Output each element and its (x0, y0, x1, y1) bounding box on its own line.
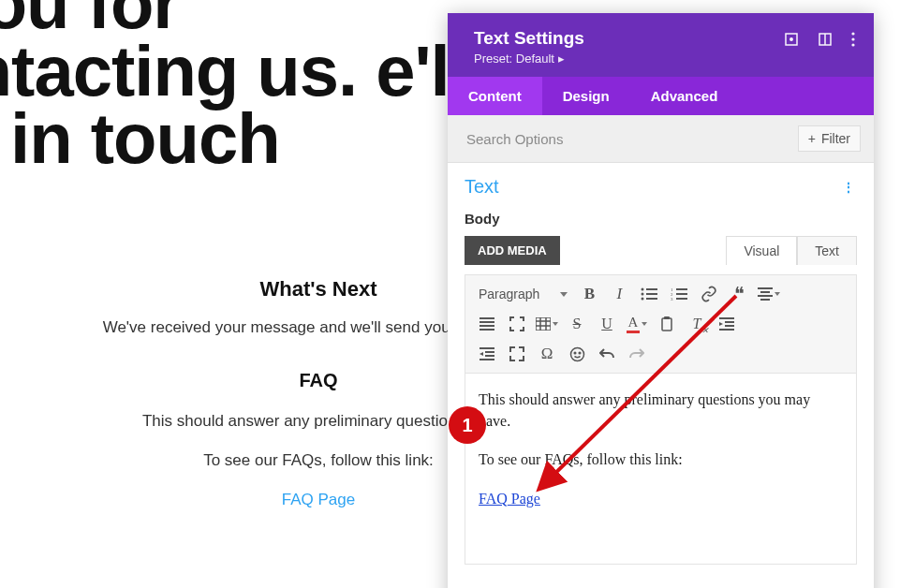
text-color-icon[interactable]: A (623, 311, 651, 337)
chevron-down-icon (560, 292, 568, 297)
svg-rect-21 (758, 295, 773, 297)
svg-rect-26 (480, 329, 494, 331)
svg-rect-32 (662, 318, 671, 331)
svg-rect-18 (676, 298, 687, 300)
faq-page-link[interactable]: FAQ Page (282, 491, 355, 508)
svg-rect-41 (480, 359, 494, 360)
body-label: Body (465, 211, 857, 227)
svg-rect-20 (760, 291, 770, 293)
svg-point-4 (851, 32, 854, 35)
filter-button[interactable]: + Filter (798, 125, 861, 152)
bold-icon[interactable]: B (575, 281, 603, 307)
editor-toolbar: Paragraph B I 123 ❝ (465, 274, 857, 374)
svg-rect-38 (480, 347, 494, 349)
svg-rect-14 (676, 288, 687, 290)
svg-rect-25 (480, 325, 494, 327)
align-center-icon[interactable] (755, 281, 783, 307)
svg-rect-12 (646, 298, 657, 300)
emoji-icon[interactable] (563, 341, 591, 367)
align-justify-icon[interactable] (473, 311, 501, 337)
quote-icon[interactable]: ❝ (725, 281, 753, 307)
underline-icon[interactable]: U (593, 311, 621, 337)
paragraph-select[interactable]: Paragraph (473, 283, 573, 305)
svg-text:3: 3 (671, 297, 673, 301)
plus-icon: + (808, 131, 816, 146)
editor-link[interactable]: FAQ Page (479, 491, 540, 507)
expand-icon[interactable] (784, 32, 799, 47)
svg-rect-23 (480, 317, 494, 319)
svg-point-5 (851, 37, 854, 40)
italic-icon[interactable]: I (605, 281, 633, 307)
text-settings-panel: Text Settings Preset: Default ▸ Content … (448, 13, 874, 588)
fullscreen-icon[interactable] (503, 311, 531, 337)
tab-design[interactable]: Design (542, 77, 630, 115)
clear-format-icon[interactable]: T✕ (683, 311, 711, 337)
numbered-list-icon[interactable]: 123 (665, 281, 693, 307)
editor-textarea[interactable]: This should answer any preliminary quest… (465, 374, 857, 565)
svg-rect-33 (664, 316, 670, 319)
section-title[interactable]: Text (465, 176, 499, 198)
panel-tabs: Content Design Advanced (448, 77, 874, 115)
svg-point-44 (579, 352, 581, 354)
svg-point-11 (642, 298, 644, 301)
paste-icon[interactable] (653, 311, 681, 337)
svg-point-43 (574, 352, 576, 354)
editor-paragraph-1[interactable]: This should answer any preliminary quest… (479, 389, 843, 432)
indent-icon[interactable] (713, 311, 741, 337)
annotation-badge: 1 (449, 406, 486, 444)
tab-advanced[interactable]: Advanced (630, 77, 739, 115)
svg-rect-37 (719, 329, 734, 331)
paragraph-select-label: Paragraph (479, 287, 539, 301)
expand-editor-icon[interactable] (503, 341, 531, 367)
strikethrough-icon[interactable]: S (563, 311, 591, 337)
svg-rect-39 (485, 351, 494, 353)
svg-point-1 (790, 38, 792, 40)
mode-tab-visual[interactable]: Visual (726, 236, 797, 265)
table-icon[interactable] (533, 311, 561, 337)
mode-tab-text[interactable]: Text (797, 236, 857, 265)
add-media-button[interactable]: ADD MEDIA (465, 236, 560, 265)
svg-rect-16 (676, 293, 687, 295)
special-char-icon[interactable]: Ω (533, 341, 561, 367)
search-options-row: Search Options + Filter (448, 115, 874, 163)
svg-rect-10 (646, 293, 657, 295)
svg-rect-22 (760, 299, 770, 301)
outdent-icon[interactable] (473, 341, 501, 367)
svg-rect-34 (719, 317, 734, 319)
svg-point-7 (642, 288, 644, 291)
panel-preset[interactable]: Preset: Default ▸ (474, 51, 584, 66)
editor-paragraph-2[interactable]: To see our FAQs, follow this link: (479, 448, 843, 470)
filter-label: Filter (821, 131, 850, 146)
panel-header[interactable]: Text Settings Preset: Default ▸ (448, 13, 874, 77)
undo-icon[interactable] (593, 341, 621, 367)
svg-rect-27 (536, 317, 551, 331)
svg-point-42 (570, 347, 583, 360)
svg-rect-35 (725, 321, 734, 323)
svg-point-6 (851, 43, 854, 46)
section-menu-icon[interactable]: ⋮ (842, 180, 857, 195)
bullet-list-icon[interactable] (635, 281, 663, 307)
panel-title: Text Settings (474, 28, 584, 49)
columns-icon[interactable] (818, 32, 833, 47)
svg-rect-36 (725, 325, 734, 327)
svg-point-9 (642, 293, 644, 296)
link-icon[interactable] (695, 281, 723, 307)
svg-rect-19 (758, 287, 773, 289)
svg-rect-8 (646, 288, 657, 290)
redo-icon[interactable] (623, 341, 651, 367)
svg-rect-40 (485, 355, 494, 357)
more-icon[interactable] (851, 32, 855, 47)
search-options-input[interactable]: Search Options (466, 131, 563, 147)
tab-content[interactable]: Content (448, 77, 542, 115)
svg-rect-24 (480, 321, 494, 323)
